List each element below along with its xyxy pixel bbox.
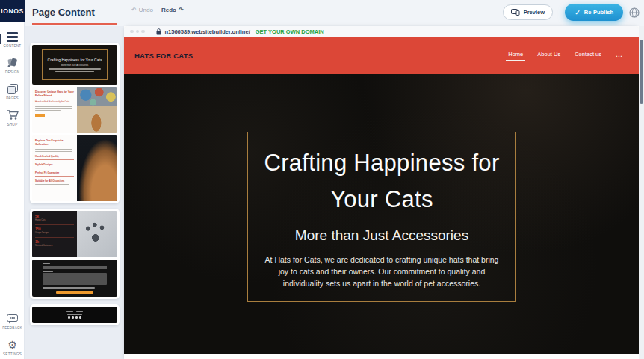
browser-dot [136,30,140,34]
thumb-intro-subheading: Handcrafted Exclusively for Cats [35,100,74,103]
thumb-collection-item-label: Hand-Crafted Quality [35,155,74,158]
thumb-collection-item-label: Suitable for All Occasions [35,180,74,182]
sidebar-item-feedback[interactable]: FEEDBACK [0,314,25,330]
text-placeholder [35,184,69,185]
text-placeholder [35,108,72,109]
site-preview-canvas: n1566589.websitebuilder.online/ GET YOUR… [124,26,639,359]
hero-section[interactable]: Crafting Happiness for Your Cats More th… [124,74,639,354]
thumb-stats-photo [77,211,117,257]
undo-label: Undo [139,7,153,13]
text-placeholder [43,287,95,288]
ionos-logo: IONOS [0,0,25,22]
text-placeholder [43,271,53,272]
top-toolbar: Page Content ↶ Undo Redo ↷ Preview ✓ Re-… [25,0,644,26]
site-nav: Home About Us Contact us ⋯ [508,51,622,61]
get-domain-link[interactable]: GET YOUR OWN DOMAIN [256,28,324,35]
section-card-middle: 5k Happy Cats 150 Unique Designs 1k Sati… [30,209,120,299]
list-divider [35,159,74,160]
stat-divider [35,224,74,225]
list-divider [35,176,74,177]
sidebar-item-pages[interactable]: PAGES [0,84,25,100]
page-title-underline [32,23,117,25]
hero-subtitle[interactable]: More than Just Accessories [295,227,468,244]
text-placeholder [66,311,73,312]
nav-item-home[interactable]: Home [508,51,523,61]
sidebar-item-design[interactable]: DESIGN [0,58,25,74]
stat-label: Happy Cats [35,219,74,221]
thumb-hero-frame: Crafting Happiness for Your Cats More th… [42,49,108,80]
section-card-footer [30,304,120,325]
browser-dot [130,30,134,34]
pages-icon [7,84,18,94]
redo-label: Redo [161,7,176,13]
thumb-collection-photo [77,135,117,201]
next-section-peek [124,354,639,359]
browser-dot [141,30,145,34]
thumb-form-input [43,266,107,269]
text-placeholder [49,68,101,70]
thumb-collection-item: Perfect Fit Guarantee [35,171,74,177]
nav-item-about[interactable]: About Us [537,51,560,61]
design-icon [7,58,19,68]
thumb-social-icons [68,316,81,319]
undo-icon: ↶ [131,7,137,13]
sidebar-item-label: DESIGN [5,70,19,74]
hero-title[interactable]: Crafting Happiness for Your Cats [258,144,505,218]
thumb-collection-item-label: Perfect Fit Guarantee [35,171,74,174]
stat-value: 5k [35,215,74,218]
hero-body[interactable]: At Hats for Cats, we are dedicated to cr… [264,254,501,290]
text-placeholder [35,149,72,150]
sidebar-item-content[interactable]: CONTENT [0,32,25,48]
stat-label: Unique Designs [35,232,74,234]
thumb-stats-text: 5k Happy Cats 150 Unique Designs 1k Sati… [32,211,77,257]
site-url: n1566589.websitebuilder.online/ [165,28,250,35]
thumb-collection-item: Stylish Designs [35,163,74,168]
text-placeholder [76,311,83,312]
thumbnail-footer-section[interactable] [32,307,117,323]
thumb-collection-text: Explore Our Exquisite Collection Hand-Cr… [32,135,77,201]
social-icon [72,316,74,319]
thumb-intro-text: Discover Unique Hats for Your Feline Fri… [32,87,77,133]
sidebar-item-label: SETTINGS [3,352,22,356]
thumb-footer-links [66,311,83,312]
scrollbar-thumb[interactable] [640,40,643,104]
page-title: Page Content [32,7,95,18]
nav-more-icon[interactable]: ⋯ [616,52,622,60]
text-placeholder [35,151,72,152]
preview-button[interactable]: Preview [503,4,553,20]
republish-button[interactable]: ✓ Re-Publish [565,4,623,21]
thumbnail-contact-section[interactable] [32,260,117,297]
stat-value: 150 [35,227,74,231]
thumbnail-hero-section[interactable]: Crafting Happiness for Your Cats More th… [32,45,117,85]
thumb-intro-heading: Discover Unique Hats for Your Feline Fri… [35,90,74,98]
sidebar-item-label: FEEDBACK [2,326,22,330]
thumb-collection-heading: Explore Our Exquisite Collection [35,139,74,147]
sidebar-item-settings[interactable]: ⚙ SETTINGS [0,340,25,356]
text-placeholder [67,314,82,315]
gear-icon: ⚙ [7,340,17,350]
thumbnail-stats-section[interactable]: 5k Happy Cats 150 Unique Designs 1k Sati… [32,211,117,257]
devices-icon [511,9,520,16]
left-nav-rail: IONOS CONTENT DESIGN PAGES SHOP [0,0,25,359]
republish-label: Re-Publish [584,9,613,16]
globe-icon[interactable] [629,7,640,18]
thumb-form-button [56,291,93,295]
feedback-icon [7,314,18,324]
canvas-scrollbar[interactable] [639,26,644,359]
stat-value: 1k [35,240,74,244]
sidebar-item-shop[interactable]: SHOP [0,110,25,126]
text-placeholder [55,71,94,73]
nav-item-contact[interactable]: Contact us [575,51,601,61]
thumb-intro-photo [77,87,117,133]
thumb-intro-button [35,114,45,117]
content-icon [7,32,18,42]
redo-button[interactable]: Redo ↷ [161,7,184,13]
check-icon: ✓ [575,9,580,16]
undo-button[interactable]: ↶ Undo [131,7,153,13]
list-divider [35,168,74,168]
thumbnail-intro-section[interactable]: Discover Unique Hats for Your Feline Fri… [32,87,117,133]
thumbnail-collection-section[interactable]: Explore Our Exquisite Collection Hand-Cr… [32,135,117,201]
sidebar-item-label: SHOP [7,123,18,126]
sidebar-item-label: PAGES [6,96,19,100]
site-logo[interactable]: HATS FOR CATS [134,52,193,60]
